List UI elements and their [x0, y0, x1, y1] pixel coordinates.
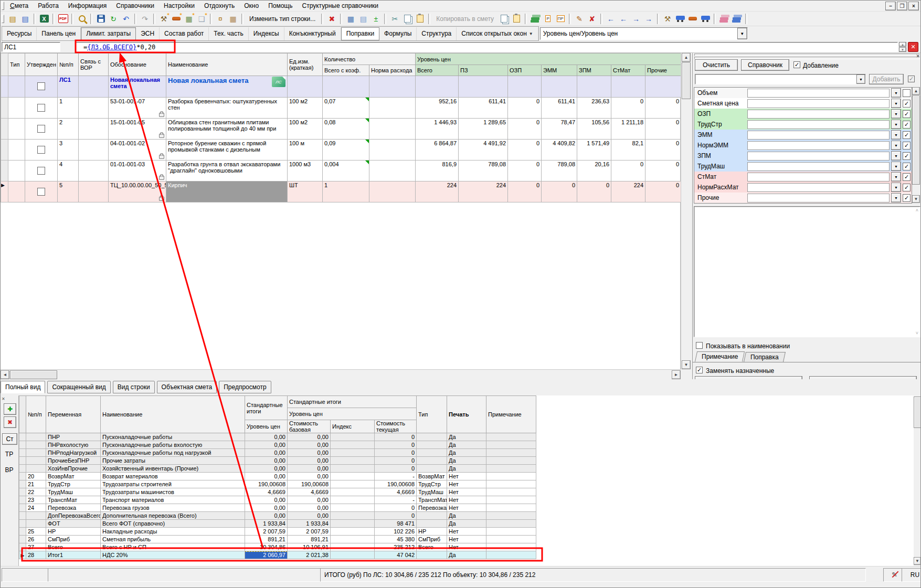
variable-checkbox[interactable]: ✓: [903, 194, 911, 202]
cell-type[interactable]: ТрудМаш: [417, 488, 447, 496]
cell-num[interactable]: ЛС1: [58, 76, 79, 98]
panel-tab-6[interactable]: Тех. часть: [209, 27, 248, 40]
book-settings-icon[interactable]: [530, 13, 541, 25]
cell-base-cost[interactable]: 190,00608: [288, 480, 331, 488]
cell-variable[interactable]: ПрочиеБезПНР: [46, 457, 101, 465]
cell-name[interactable]: Пусконаладочные работы под нагрузкой: [101, 449, 245, 457]
panel-tab-5[interactable]: Состав работ: [160, 27, 209, 40]
clear-button[interactable]: Очистить: [695, 59, 738, 71]
row-marker[interactable]: [1, 140, 8, 161]
cell-approved[interactable]: [25, 98, 58, 119]
add-total-row-icon[interactable]: ✚: [4, 403, 16, 415]
col-header-index[interactable]: Индекс: [331, 420, 375, 433]
estimate-vscrollbar[interactable]: ▲ ▼: [681, 53, 691, 369]
menu-item-7[interactable]: Окно: [239, 1, 263, 10]
cell-base-cost[interactable]: 0,00: [288, 473, 331, 480]
totals-side-tab-Ст[interactable]: Ст: [2, 433, 17, 445]
note-textarea[interactable]: ˄ ˅: [694, 206, 920, 337]
row-marker[interactable]: [19, 512, 26, 520]
row-marker[interactable]: [19, 449, 26, 457]
cell-approved[interactable]: [25, 181, 58, 202]
cell-print[interactable]: Нет: [447, 496, 486, 504]
approved-checkbox[interactable]: [37, 146, 45, 154]
cell-num[interactable]: [26, 441, 46, 449]
cell-name[interactable]: Возврат материалов: [101, 473, 245, 480]
approved-checkbox[interactable]: [37, 82, 45, 90]
row-marker[interactable]: [19, 496, 26, 504]
cell-variable[interactable]: ПНР: [46, 433, 101, 441]
cell-base-cost[interactable]: 4,6669: [288, 488, 331, 496]
toolbar-grip[interactable]: [2, 15, 4, 23]
cell-vor[interactable]: [79, 161, 109, 181]
cell-name[interactable]: НДС 20%: [101, 551, 245, 559]
col-header-pz[interactable]: ПЗ: [459, 65, 508, 76]
cell-current-cost[interactable]: 0: [375, 441, 417, 449]
cell-unit[interactable]: 100 м2: [288, 98, 323, 119]
list-delete-icon[interactable]: ✘: [586, 13, 598, 25]
comment-icon[interactable]: ❑: [196, 13, 207, 25]
cell-num[interactable]: 22: [26, 488, 46, 496]
variable-checkbox[interactable]: ✓: [903, 152, 911, 160]
cell-qty[interactable]: 0,08: [323, 119, 369, 140]
cell-price-level[interactable]: 0,00: [245, 433, 288, 441]
resources-icon[interactable]: ⚒: [158, 13, 170, 25]
cell-num[interactable]: 2: [58, 119, 79, 140]
blocks-icon[interactable]: ▦: [227, 13, 239, 25]
variable-value-input[interactable]: [747, 141, 890, 150]
cell-value-4[interactable]: 78,47: [542, 119, 577, 140]
cell-price-level[interactable]: 891,21: [245, 536, 288, 543]
cell-value-1[interactable]: 6 864,87: [416, 140, 459, 161]
cell-price-level[interactable]: 0,00: [245, 512, 288, 520]
cell-value-4[interactable]: [542, 76, 577, 98]
cell-num[interactable]: 20: [26, 473, 46, 480]
row-marker[interactable]: [19, 441, 26, 449]
cell-qty[interactable]: 1: [323, 181, 369, 202]
level-right-icon[interactable]: →: [630, 13, 642, 25]
cell-num[interactable]: 27: [26, 543, 46, 551]
cell-price-level[interactable]: 0,00: [245, 504, 288, 512]
cell-note[interactable]: [486, 433, 536, 441]
col-header-base-cost[interactable]: Стоимость базовая: [288, 420, 331, 433]
reference-button[interactable]: Справочник: [741, 59, 789, 71]
variable-checkbox[interactable]: ✓: [903, 173, 911, 181]
cell-name[interactable]: Облицовка стен гранитными плитами полиро…: [166, 119, 288, 140]
cell-unit[interactable]: 100 м: [288, 140, 323, 161]
cell-price-level[interactable]: 0,00: [245, 449, 288, 457]
cell-value-4[interactable]: 789,08: [542, 161, 577, 181]
cell-norm[interactable]: [369, 76, 416, 98]
level-right2-icon[interactable]: →: [643, 13, 654, 25]
cell-current-cost[interactable]: 0: [375, 465, 417, 473]
chevron-down-icon[interactable]: ▼: [891, 141, 901, 150]
cell-variable[interactable]: ПНРподНагрузкой: [46, 449, 101, 457]
cell-value-2[interactable]: 224: [459, 181, 508, 202]
materials-icon[interactable]: [171, 13, 182, 25]
cell-value-5[interactable]: 0: [577, 181, 611, 202]
cell-value-3[interactable]: 0: [508, 98, 542, 119]
cell-index[interactable]: [331, 449, 375, 457]
cell-print[interactable]: Нет: [447, 488, 486, 496]
level-left-icon[interactable]: ←: [605, 13, 617, 25]
cell-num[interactable]: [26, 512, 46, 520]
cell-num[interactable]: 21: [26, 480, 46, 488]
variable-value-input[interactable]: [747, 131, 890, 140]
scroll-up-icon[interactable]: ▲: [682, 53, 691, 62]
row-marker[interactable]: [19, 520, 26, 528]
cell-name[interactable]: Роторное бурение скважин с прямой промыв…: [166, 140, 288, 161]
cell-price-level[interactable]: 2 007,59: [245, 528, 288, 536]
cell-current-cost[interactable]: 190,00608: [375, 480, 417, 488]
cell-type[interactable]: Перевозка: [417, 504, 447, 512]
cell-value-1[interactable]: 224: [416, 181, 459, 202]
approved-checkbox[interactable]: [37, 104, 45, 112]
col-header-other[interactable]: Прочие: [645, 65, 681, 76]
variable-value-input[interactable]: [747, 162, 890, 171]
scroll-left-icon[interactable]: ◄: [1, 370, 9, 379]
excel-export-icon[interactable]: X: [38, 13, 50, 25]
chevron-down-icon[interactable]: ▼: [891, 162, 901, 171]
cell-name[interactable]: Всего ФОТ (справочно): [101, 520, 245, 528]
chevron-down-icon[interactable]: ▼: [856, 74, 865, 84]
cell-num[interactable]: [26, 465, 46, 473]
scroll-up-icon[interactable]: ▲: [912, 87, 920, 95]
toolbar-grip[interactable]: [2, 2, 4, 10]
cell-price-level[interactable]: 0,00: [245, 457, 288, 465]
col-header-total[interactable]: Всего: [416, 65, 459, 76]
